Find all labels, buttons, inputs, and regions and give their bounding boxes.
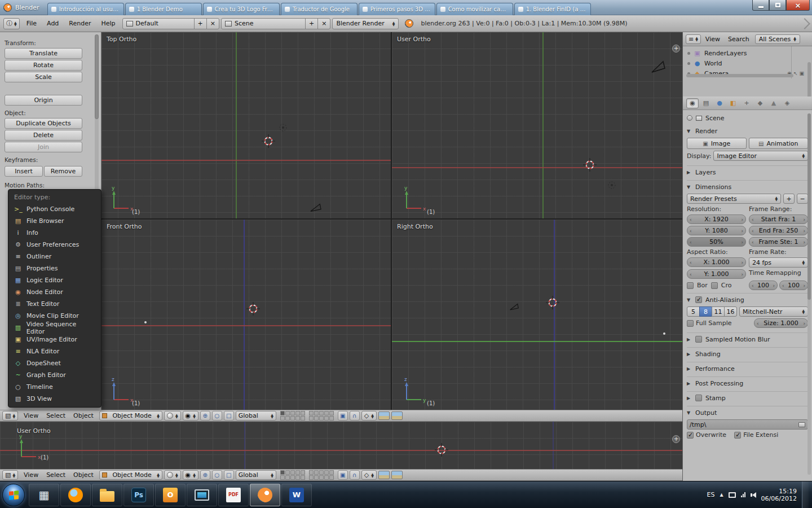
render-opengl-anim-icon[interactable] (391, 411, 403, 420)
editor-type-option[interactable]: ▦ Logic Editor (8, 274, 101, 286)
aspect-y-field[interactable]: Y: 1.000 (687, 269, 746, 279)
layers-panel-header[interactable]: ▶ Layers (687, 167, 808, 177)
outliner-scope-dropdown[interactable]: All Scenes (755, 34, 800, 44)
join-button[interactable]: Join (5, 142, 82, 152)
full-sample-checkbox[interactable] (687, 320, 694, 327)
editor-type-option[interactable]: i Info (8, 227, 101, 239)
remove-keyframe-button[interactable]: Remove (44, 166, 82, 177)
preset-add-button[interactable]: + (783, 194, 795, 204)
orientation-dropdown[interactable]: Global (236, 411, 276, 421)
action-center-icon[interactable] (729, 492, 736, 498)
editor-type-option[interactable]: ~ Graph Editor (8, 369, 101, 381)
camera-object-icon[interactable] (309, 202, 323, 213)
mode-dropdown[interactable]: Object Mode (99, 411, 162, 421)
translate-button[interactable]: Translate (5, 48, 82, 59)
resolution-percentage-field[interactable]: 50% (687, 237, 746, 247)
file-extensions-checkbox[interactable] (734, 432, 741, 439)
taskbar-button[interactable] (187, 484, 217, 506)
properties-tab[interactable]: ◧ (727, 98, 739, 108)
pin-icon[interactable] (687, 115, 692, 121)
properties-tab[interactable]: + (740, 98, 753, 108)
motion-blur-checkbox[interactable] (695, 336, 702, 343)
properties-tab[interactable]: ▲ (767, 98, 780, 108)
taskbar-button[interactable] (250, 484, 280, 506)
aa-samples-8[interactable]: 8 (699, 306, 712, 317)
outliner-item[interactable]: ● World ◉ ↖ ▣ (687, 58, 812, 68)
info-menu[interactable]: File (21, 17, 42, 29)
restrict-select-icon[interactable]: ↖ (793, 71, 798, 76)
motion-blur-header[interactable]: ▶ Sampled Motion Blur (687, 334, 808, 344)
rotate-button[interactable]: Rotate (5, 60, 82, 71)
manipulator-scale-icon[interactable]: □ (224, 411, 234, 421)
editor-type-button[interactable]: ▧ (2, 411, 18, 421)
pivot-point-dropdown[interactable]: ◉ (183, 411, 198, 421)
editor-type-option[interactable]: >_ Python Console (8, 203, 101, 215)
remap-old-field[interactable]: 100 (749, 281, 778, 290)
properties-tab[interactable]: ◆ (754, 98, 766, 108)
display-dropdown[interactable]: Image Editor (713, 151, 808, 161)
origin-button[interactable]: Origin (5, 95, 82, 106)
viewport-right[interactable]: Right Ortho z y (1) (392, 220, 682, 410)
border-checkbox[interactable] (687, 282, 694, 289)
render-image-button[interactable]: ▣Image (687, 138, 747, 149)
taskbar-button[interactable]: Ps (123, 484, 154, 506)
lamp-object-icon[interactable] (607, 180, 617, 190)
restore-button[interactable] (769, 0, 786, 11)
remap-new-field[interactable]: 100 (779, 281, 808, 290)
scale-button[interactable]: Scale (5, 72, 82, 82)
browser-tab[interactable]: Primeros pasos 3D u... (359, 3, 435, 15)
network-icon[interactable] (741, 492, 745, 497)
dimensions-panel-header[interactable]: ▼ Dimensions (687, 182, 808, 192)
info-menu[interactable]: Add (42, 17, 64, 29)
aa-filter-dropdown[interactable]: Mitchell-Netr (739, 306, 808, 317)
taskbar-button[interactable] (60, 484, 91, 506)
browse-folder-icon[interactable] (798, 422, 805, 427)
camera-object-icon[interactable] (509, 302, 520, 311)
browser-tab[interactable]: Traductor de Google (281, 3, 358, 15)
show-hidden-icons[interactable]: ▲ (720, 492, 723, 497)
mode-dropdown[interactable]: Object Mode (99, 470, 162, 480)
editor-type-option[interactable]: ▤ File Browser (8, 215, 101, 227)
editor-type-option[interactable]: ≡ Outliner (8, 251, 101, 262)
editor-type-option[interactable]: ◇ DopeSheet (8, 357, 101, 369)
editor-type-option[interactable]: ◉ Node Editor (8, 286, 101, 298)
render-animation-button[interactable]: ▤Animation (749, 138, 809, 149)
camera-object-icon[interactable] (650, 59, 666, 74)
stamp-checkbox[interactable] (695, 395, 702, 401)
manipulator-rotate-icon[interactable]: ○ (212, 411, 222, 421)
browser-tab[interactable]: Introducción al usuari... (47, 3, 124, 15)
manipulator-scale-icon[interactable]: □ (224, 470, 234, 480)
viewport-shading-dropdown[interactable] (164, 470, 181, 480)
editor-type-option[interactable]: ○ Timeline (8, 381, 101, 393)
minimize-button[interactable] (752, 0, 769, 11)
shading-header[interactable]: ▶ Shading (687, 349, 808, 359)
duplicate-objects-button[interactable]: Duplicate Objects (5, 118, 82, 129)
render-panel-header[interactable]: ▼ Render (687, 126, 808, 136)
render-engine-dropdown[interactable]: Blender Render (332, 18, 399, 29)
insert-keyframe-button[interactable]: Insert (5, 166, 43, 177)
expand-dot-icon[interactable] (687, 52, 690, 55)
lock-icon[interactable]: ▣ (338, 470, 348, 480)
properties-scrollbar-thumb[interactable] (807, 113, 811, 300)
view3d-menu[interactable]: Object (69, 470, 98, 480)
scene-add-button[interactable]: + (305, 18, 318, 29)
frame-end-field[interactable]: End Fra: 250 (749, 226, 808, 235)
browser-tab[interactable]: 1. Blender FinID (a u... (514, 3, 591, 15)
preset-remove-button[interactable]: − (797, 194, 808, 204)
outliner-view-menu[interactable]: View (702, 34, 723, 44)
taskbar-button[interactable] (92, 484, 122, 506)
lamp-object-icon[interactable] (278, 122, 288, 133)
taskbar-button[interactable]: W (281, 484, 312, 506)
properties-tab[interactable]: ◈ (781, 98, 793, 108)
frame-rate-dropdown[interactable]: 24 fps (749, 257, 808, 268)
frame-step-field[interactable]: Frame Ste: 1 (749, 237, 808, 247)
editor-type-option[interactable]: ⚙ User Preferences (8, 239, 101, 251)
browser-tab[interactable]: Crea tu 3D Logo Fro... (203, 3, 280, 15)
snap-element-dropdown[interactable]: ◇ (361, 470, 377, 480)
region-expand-icon[interactable]: + (672, 435, 680, 443)
manipulator-translate-icon[interactable]: ⊕ (200, 411, 210, 421)
view3d-menu[interactable]: View (20, 470, 42, 480)
aa-samples-11[interactable]: 11 (712, 306, 725, 317)
language-indicator[interactable]: ES (707, 491, 715, 498)
view3d-menu[interactable]: Select (42, 411, 69, 421)
